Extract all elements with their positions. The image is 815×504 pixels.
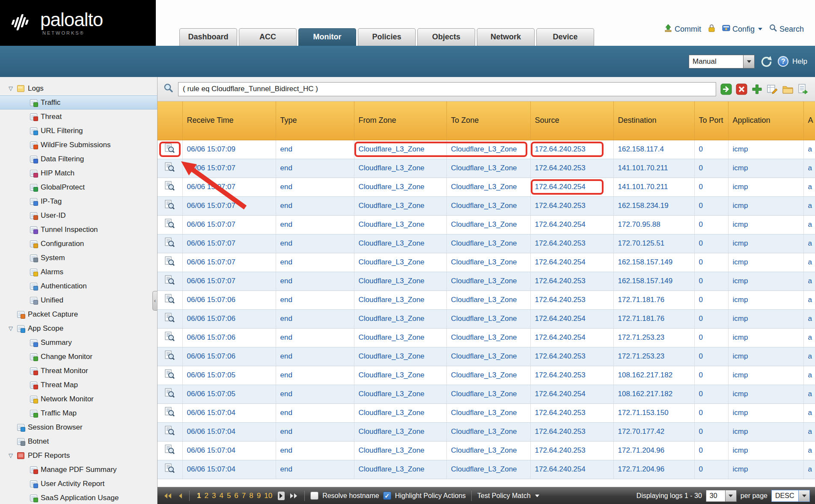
column-header-to-zone[interactable]: To Zone	[446, 101, 530, 140]
cell-to-port[interactable]: 0	[694, 309, 728, 328]
last-page-button[interactable]	[289, 492, 299, 500]
tab-monitor[interactable]: Monitor	[298, 28, 356, 46]
page-number-3[interactable]: 3	[212, 492, 216, 500]
next-page-button[interactable]	[278, 492, 285, 500]
cell-from-zone[interactable]: Cloudflare_L3_Zone	[354, 272, 446, 291]
log-detail-button[interactable]	[158, 215, 182, 234]
cell-type[interactable]: end	[276, 178, 354, 196]
cell-destination[interactable]: 172.71.204.96	[613, 460, 694, 479]
cell-source[interactable]: 172.64.240.253	[530, 347, 613, 366]
cell-destination[interactable]: 108.162.217.182	[613, 366, 694, 385]
cell-application[interactable]: icmp	[728, 159, 803, 178]
cell-action[interactable]: a	[803, 159, 815, 178]
sidebar-item-globalprotect[interactable]: GlobalProtect	[0, 180, 157, 194]
tab-policies[interactable]: Policies	[358, 28, 416, 46]
column-header-type[interactable]: Type	[276, 101, 354, 140]
cell-to-zone[interactable]: Cloudflare_L3_Zone	[446, 385, 530, 403]
cell-receive-time[interactable]: 06/06 15:07:05	[182, 385, 276, 403]
cell-source[interactable]: 172.64.240.253	[530, 196, 613, 215]
first-page-button[interactable]	[163, 492, 173, 500]
cell-destination[interactable]: 172.70.177.42	[613, 422, 694, 441]
tab-objects[interactable]: Objects	[417, 28, 475, 46]
cell-application[interactable]: icmp	[728, 441, 803, 460]
log-detail-button[interactable]	[158, 309, 182, 328]
column-header-from-zone[interactable]: From Zone	[354, 101, 446, 140]
cell-to-port[interactable]: 0	[694, 328, 728, 347]
cell-to-port[interactable]: 0	[694, 291, 728, 309]
page-number-9[interactable]: 9	[257, 492, 261, 500]
cell-receive-time[interactable]: 06/06 15:07:07	[182, 253, 276, 272]
sidebar-item-pdf-reports[interactable]: ▽PDF Reports	[0, 448, 157, 462]
sidebar-item-tunnel-inspection[interactable]: Tunnel Inspection	[0, 222, 157, 237]
cell-to-zone[interactable]: Cloudflare_L3_Zone	[446, 441, 530, 460]
cell-to-port[interactable]: 0	[694, 253, 728, 272]
search-button[interactable]: Search	[769, 24, 804, 34]
cell-source[interactable]: 172.64.240.253	[530, 441, 613, 460]
column-header-to-port[interactable]: To Port	[694, 101, 728, 140]
cell-destination[interactable]: 162.158.157.149	[613, 272, 694, 291]
sidebar-item-threat-map[interactable]: Threat Map	[0, 378, 157, 392]
sidebar-item-data-filtering[interactable]: Data Filtering	[0, 152, 157, 166]
page-number-8[interactable]: 8	[249, 492, 253, 500]
cell-source[interactable]: 172.64.240.254	[530, 460, 613, 479]
column-header-receive-time[interactable]: Receive Time	[182, 101, 276, 140]
per-page-select[interactable]: 30	[706, 490, 737, 502]
cell-type[interactable]: end	[276, 215, 354, 234]
sidebar-item-logs[interactable]: ▽Logs	[0, 81, 157, 95]
refresh-button[interactable]	[759, 54, 773, 69]
cell-to-port[interactable]: 0	[694, 441, 728, 460]
cell-to-zone[interactable]: Cloudflare_L3_Zone	[446, 196, 530, 215]
cell-destination[interactable]: 162.158.117.4	[613, 140, 694, 159]
cell-receive-time[interactable]: 06/06 15:07:06	[182, 328, 276, 347]
sort-order-dropdown-button[interactable]	[799, 490, 810, 502]
cell-application[interactable]: icmp	[728, 215, 803, 234]
cell-to-zone[interactable]: Cloudflare_L3_Zone	[446, 328, 530, 347]
sort-order-select[interactable]: DESC	[771, 490, 810, 502]
cell-from-zone[interactable]: Cloudflare_L3_Zone	[354, 328, 446, 347]
sidebar-item-threat-monitor[interactable]: Threat Monitor	[0, 364, 157, 378]
cell-receive-time[interactable]: 06/06 15:07:07	[182, 234, 276, 253]
cell-destination[interactable]: 162.158.157.149	[613, 253, 694, 272]
cell-source[interactable]: 172.64.240.253	[530, 422, 613, 441]
log-detail-button[interactable]	[158, 140, 182, 159]
cell-to-port[interactable]: 0	[694, 366, 728, 385]
cell-application[interactable]: icmp	[728, 422, 803, 441]
cell-receive-time[interactable]: 06/06 15:07:07	[182, 196, 276, 215]
cell-from-zone[interactable]: Cloudflare_L3_Zone	[354, 366, 446, 385]
page-number-1[interactable]: 1	[197, 492, 201, 500]
page-number-7[interactable]: 7	[242, 492, 246, 500]
resolve-hostname-checkbox[interactable]	[310, 492, 318, 500]
cell-receive-time[interactable]: 06/06 15:07:09	[182, 140, 276, 159]
cell-destination[interactable]: 141.101.70.211	[613, 159, 694, 178]
cell-from-zone[interactable]: Cloudflare_L3_Zone	[354, 385, 446, 403]
cell-from-zone[interactable]: Cloudflare_L3_Zone	[354, 347, 446, 366]
cell-receive-time[interactable]: 06/06 15:07:04	[182, 403, 276, 422]
log-detail-button[interactable]	[158, 178, 182, 196]
log-detail-button[interactable]	[158, 159, 182, 178]
cell-destination[interactable]: 172.71.253.23	[613, 328, 694, 347]
cell-application[interactable]: icmp	[728, 366, 803, 385]
cell-to-zone[interactable]: Cloudflare_L3_Zone	[446, 253, 530, 272]
cell-from-zone[interactable]: Cloudflare_L3_Zone	[354, 460, 446, 479]
cell-application[interactable]: icmp	[728, 328, 803, 347]
edit-filter-button[interactable]	[767, 83, 778, 95]
cell-action[interactable]: a	[803, 347, 815, 366]
sidebar-item-traffic[interactable]: Traffic	[0, 95, 157, 110]
cell-action[interactable]: a	[803, 385, 815, 403]
cell-from-zone[interactable]: Cloudflare_L3_Zone	[354, 291, 446, 309]
cell-source[interactable]: 172.64.240.253	[530, 366, 613, 385]
cell-source[interactable]: 172.64.240.254	[530, 328, 613, 347]
column-header-application[interactable]: Application	[728, 101, 803, 140]
cell-action[interactable]: a	[803, 196, 815, 215]
cell-type[interactable]: end	[276, 403, 354, 422]
cell-application[interactable]: icmp	[728, 291, 803, 309]
sidebar-item-hip-match[interactable]: HIP Match	[0, 166, 157, 180]
cell-action[interactable]: a	[803, 215, 815, 234]
cell-receive-time[interactable]: 06/06 15:07:05	[182, 366, 276, 385]
sidebar-item-network-monitor[interactable]: Network Monitor	[0, 392, 157, 406]
cell-receive-time[interactable]: 06/06 15:07:04	[182, 422, 276, 441]
cell-application[interactable]: icmp	[728, 253, 803, 272]
log-detail-button[interactable]	[158, 347, 182, 366]
apply-filter-button[interactable]	[720, 83, 732, 95]
cell-destination[interactable]: 172.71.181.76	[613, 309, 694, 328]
